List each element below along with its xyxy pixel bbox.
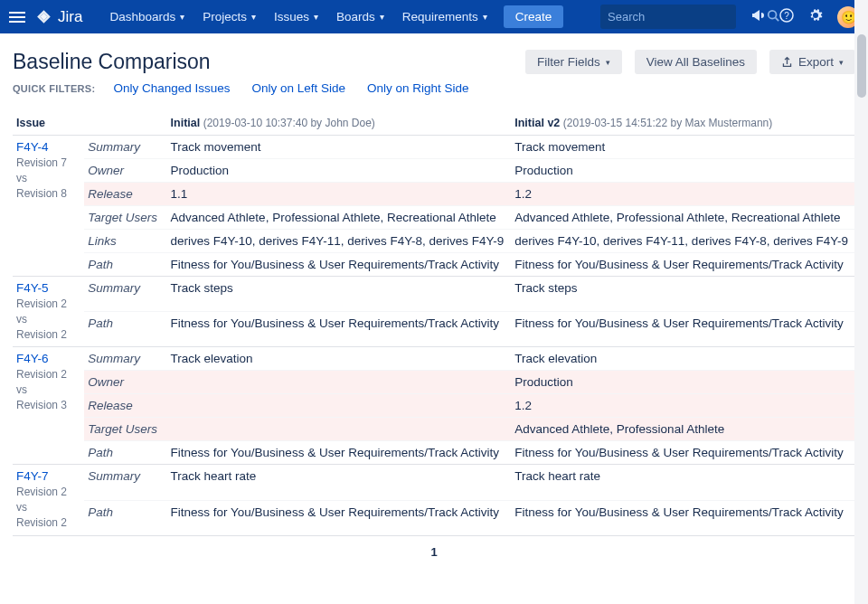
issue-key-link[interactable]: F4Y-5 xyxy=(16,281,80,295)
filter-only-changed-issues[interactable]: Only Changed Issues xyxy=(113,81,230,95)
col-issue: Issue xyxy=(13,111,84,136)
right-value: Fitness for You/Business & User Requirem… xyxy=(511,253,855,277)
field-name: Links xyxy=(84,230,166,253)
field-name: Target Users xyxy=(84,418,166,441)
search-box[interactable] xyxy=(600,5,736,29)
filter-fields-button[interactable]: Filter Fields▾ xyxy=(525,50,622,74)
table-row: F4Y-6Revision 2vsRevision 3SummaryTrack … xyxy=(13,347,855,371)
table-row: OwnerProduction xyxy=(13,371,855,394)
right-value: 1.2 xyxy=(511,394,855,418)
logo-text: Jira xyxy=(58,8,82,26)
table-row: F4Y-5Revision 2vsRevision 2SummaryTrack … xyxy=(13,277,855,312)
left-value: Track movement xyxy=(167,136,512,159)
issue-revision: Revision 2vsRevision 3 xyxy=(16,367,80,412)
page-title: Baseline Comparison xyxy=(13,50,211,74)
right-value: Track heart rate xyxy=(511,465,855,500)
table-row: OwnerProductionProduction xyxy=(13,159,855,183)
issue-key-link[interactable]: F4Y-4 xyxy=(16,140,80,154)
left-value: Fitness for You/Business & User Requirem… xyxy=(167,441,512,465)
pager: 1 xyxy=(13,536,855,562)
menu-icon[interactable] xyxy=(9,12,25,23)
right-value: Advanced Athlete, Professional Athlete, … xyxy=(511,206,855,230)
table-row: Release1.2 xyxy=(13,394,855,418)
col-left: Initial (2019-03-10 10:37:40 by John Doe… xyxy=(167,111,512,136)
nav-item-projects[interactable]: Projects▾ xyxy=(195,6,263,27)
field-name: Summary xyxy=(84,136,166,159)
view-all-baselines-button[interactable]: View All Baselines xyxy=(635,50,757,74)
nav-item-requirements[interactable]: Requirements▾ xyxy=(395,6,495,27)
table-row: PathFitness for You/Business & User Requ… xyxy=(13,500,855,535)
right-value: Fitness for You/Business & User Requirem… xyxy=(511,312,855,347)
left-value: derives F4Y-10, derives F4Y-11, derives … xyxy=(167,230,512,253)
quick-filters-label: QUICK FILTERS: xyxy=(13,83,95,94)
create-button[interactable]: Create xyxy=(504,5,564,28)
left-value: Advanced Athlete, Professional Athlete, … xyxy=(167,206,512,230)
scrollbar-vertical[interactable] xyxy=(854,0,868,604)
issue-revision: Revision 2vsRevision 2 xyxy=(16,297,80,342)
field-name: Summary xyxy=(84,277,166,312)
table-row: PathFitness for You/Business & User Requ… xyxy=(13,441,855,465)
right-value: Track steps xyxy=(511,277,855,312)
left-value: Production xyxy=(167,159,512,183)
field-name: Owner xyxy=(84,371,166,394)
field-name: Path xyxy=(84,312,166,347)
right-value: Production xyxy=(511,371,855,394)
table-row: F4Y-4Revision 7vsRevision 8SummaryTrack … xyxy=(13,136,855,159)
issue-key-link[interactable]: F4Y-7 xyxy=(16,469,80,483)
issue-revision: Revision 2vsRevision 2 xyxy=(16,485,80,530)
jira-logo[interactable]: Jira xyxy=(36,8,82,26)
right-value: Production xyxy=(511,159,855,183)
table-row: PathFitness for You/Business & User Requ… xyxy=(13,253,855,277)
table-row: PathFitness for You/Business & User Requ… xyxy=(13,312,855,347)
filter-only-on-left-side[interactable]: Only on Left Side xyxy=(251,81,345,95)
field-name: Release xyxy=(84,183,166,206)
right-value: 1.2 xyxy=(511,183,855,206)
gear-icon[interactable] xyxy=(808,8,823,25)
field-name: Summary xyxy=(84,347,166,371)
field-name: Summary xyxy=(84,465,166,500)
left-value xyxy=(167,371,512,394)
nav-item-boards[interactable]: Boards▾ xyxy=(329,6,392,27)
left-value: Track steps xyxy=(167,277,512,312)
right-value: Fitness for You/Business & User Requirem… xyxy=(511,441,855,465)
megaphone-icon[interactable] xyxy=(750,8,765,25)
field-name: Owner xyxy=(84,159,166,183)
export-button[interactable]: Export▾ xyxy=(769,50,855,74)
nav-item-issues[interactable]: Issues▾ xyxy=(267,6,326,27)
table-row: Release1.11.2 xyxy=(13,183,855,206)
col-right: Initial v2 (2019-03-15 14:51:22 by Max M… xyxy=(511,111,855,136)
table-row: Target UsersAdvanced Athlete, Profession… xyxy=(13,206,855,230)
issue-revision: Revision 7vsRevision 8 xyxy=(16,156,80,201)
comparison-table: Issue Initial (2019-03-10 10:37:40 by Jo… xyxy=(13,111,855,536)
left-value: Track elevation xyxy=(167,347,512,371)
help-icon[interactable]: ? xyxy=(779,8,794,25)
field-name: Path xyxy=(84,500,166,535)
table-row: Linksderives F4Y-10, derives F4Y-11, der… xyxy=(13,230,855,253)
table-row: F4Y-7Revision 2vsRevision 2SummaryTrack … xyxy=(13,465,855,500)
table-row: Target UsersAdvanced Athlete, Profession… xyxy=(13,418,855,441)
right-value: Fitness for You/Business & User Requirem… xyxy=(511,500,855,535)
right-value: derives F4Y-10, derives F4Y-11, derives … xyxy=(511,230,855,253)
svg-text:?: ? xyxy=(784,11,789,21)
issue-key-link[interactable]: F4Y-6 xyxy=(16,352,80,365)
left-value: Fitness for You/Business & User Requirem… xyxy=(167,312,512,347)
right-value: Track elevation xyxy=(511,347,855,371)
right-value: Track movement xyxy=(511,136,855,159)
search-input[interactable] xyxy=(600,10,767,24)
left-value: Fitness for You/Business & User Requirem… xyxy=(167,253,512,277)
field-name: Target Users xyxy=(84,206,166,230)
left-value xyxy=(167,394,512,418)
left-value: 1.1 xyxy=(167,183,512,206)
field-name: Path xyxy=(84,253,166,277)
right-value: Advanced Athlete, Professional Athlete xyxy=(511,418,855,441)
filter-only-on-right-side[interactable]: Only on Right Side xyxy=(367,81,469,95)
field-name: Path xyxy=(84,441,166,465)
nav-item-dashboards[interactable]: Dashboards▾ xyxy=(102,6,192,27)
left-value: Track heart rate xyxy=(167,465,512,500)
top-nav: Jira Dashboards▾Projects▾Issues▾Boards▾R… xyxy=(0,0,868,33)
field-name: Release xyxy=(84,394,166,418)
left-value: Fitness for You/Business & User Requirem… xyxy=(167,500,512,535)
left-value xyxy=(167,418,512,441)
